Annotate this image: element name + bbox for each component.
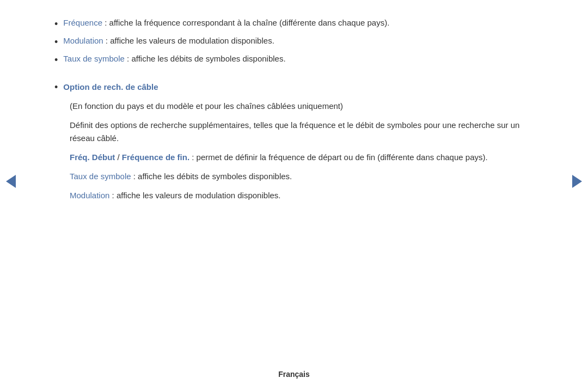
right-arrow-icon [572,175,582,188]
freq-description: : permet de définir la fréquence de dépa… [189,153,488,162]
footer: Français [0,362,588,384]
freq-term1: Fréq. Début [70,153,115,162]
list-item-taux: • Taux de symbole : affiche les débits d… [54,52,544,67]
bullet-dot-frequence: • [54,17,58,31]
section-note: (En fonction du pays et du modèle et pou… [70,100,544,113]
bullet-dot-option: • [54,81,58,94]
section-body-option: (En fonction du pays et du modèle et pou… [70,100,544,208]
freq-term2: Fréquence de fin. [122,153,189,162]
page-container: • Fréquence : affiche la fréquence corre… [0,0,588,362]
section-title-option: Option de rech. de câble [63,81,158,94]
list-item-frequence: • Fréquence : affiche la fréquence corre… [54,16,544,31]
nav-right-button[interactable] [566,0,588,362]
bullet-dot-taux: • [54,53,58,67]
modulation-section-term: Modulation [70,191,109,200]
bullet-dot-modulation: • [54,35,58,49]
taux-paragraph: Taux de symbole : affiche les débits de … [70,170,544,184]
list-item-modulation: • Modulation : affiche les valeurs de mo… [54,34,544,49]
frequence-term: Fréquence [63,18,102,27]
section-description: Définit des options de recherche supplém… [70,119,544,146]
frequence-text: Fréquence : affiche la fréquence corresp… [63,16,389,29]
modulation-term: Modulation [63,36,103,45]
modulation-section-description: : affiche les valeurs de modulation disp… [109,191,280,200]
section-header-option: • Option de rech. de câble [54,81,544,94]
taux-text: Taux de symbole : affiche les débits de … [63,52,285,65]
content-area: • Fréquence : affiche la fréquence corre… [22,0,566,362]
modulation-paragraph: Modulation : affiche les valeurs de modu… [70,189,544,203]
sub-bullet-list: • Fréquence : affiche la fréquence corre… [54,16,544,71]
footer-label: Français [278,370,310,379]
left-arrow-icon [6,175,16,188]
modulation-text: Modulation : affiche les valeurs de modu… [63,34,274,47]
taux-term: Taux de symbole [63,54,125,63]
taux-symbole-term: Taux de symbole [70,172,131,181]
nav-left-button[interactable] [0,0,22,362]
freq-paragraph: Fréq. Début / Fréquence de fin. : permet… [70,151,544,164]
taux-description: : affiche les débits de symboles disponi… [131,172,292,181]
